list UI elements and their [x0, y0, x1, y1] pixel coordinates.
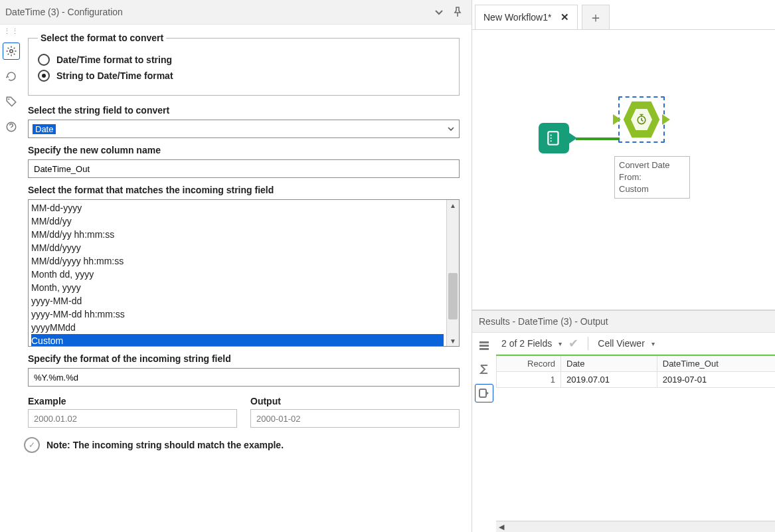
list-item[interactable]: MM/dd/yy hh:mm:ss [31, 228, 444, 241]
config-panel-title: DateTime (3) - Configuration [5, 7, 428, 17]
input-anchor-icon[interactable] [613, 114, 621, 125]
note-text: Note: The incoming string should match t… [46, 440, 284, 450]
output-anchor-icon[interactable] [662, 114, 670, 125]
gear-icon[interactable] [3, 43, 19, 59]
scroll-down-icon[interactable]: ▼ [447, 335, 459, 346]
refresh-icon[interactable] [3, 68, 19, 84]
tag-icon[interactable] [3, 94, 19, 110]
rows-icon[interactable] [475, 337, 493, 354]
svg-rect-3 [548, 132, 558, 145]
sigma-icon[interactable] [475, 361, 493, 378]
custom-format-input-wrap [28, 368, 460, 387]
svg-rect-11 [479, 389, 486, 397]
input-tool-icon [539, 123, 569, 153]
new-column-input[interactable] [33, 163, 455, 175]
example-label: Example [28, 396, 237, 406]
drag-handle-icon[interactable]: ⋮⋮ [3, 30, 19, 33]
apply-check-icon[interactable]: ✔ [568, 336, 578, 351]
svg-rect-10 [479, 348, 489, 350]
list-item[interactable]: MM/dd/yy [31, 215, 444, 228]
grid-header-cell[interactable]: Date [561, 355, 657, 372]
collapse-icon[interactable] [432, 5, 446, 19]
list-item[interactable]: MM/dd/yyyy hh:mm:ss [31, 254, 444, 268]
radio-label: String to Date/Time format [56, 70, 173, 81]
svg-point-4 [551, 135, 552, 136]
check-circle-icon: ✓ [24, 437, 40, 453]
string-field-value: Date [33, 124, 56, 134]
fields-summary[interactable]: 2 of 2 Fields [501, 338, 552, 349]
separator [588, 337, 588, 350]
format-convert-legend: Select the format to convert [38, 33, 166, 43]
radio-string-to-datetime[interactable]: String to Date/Time format [38, 70, 450, 82]
listbox-scrollbar[interactable]: ▲ ▼ [446, 200, 459, 346]
new-column-label: Specify the new column name [28, 145, 460, 155]
pin-icon[interactable] [450, 5, 465, 19]
output-label: Output [250, 396, 460, 406]
string-field-select[interactable]: Date [28, 120, 460, 138]
radio-datetime-to-string[interactable]: Date/Time format to string [38, 54, 450, 66]
scroll-thumb[interactable] [448, 273, 458, 319]
list-item[interactable]: yyyy-MM-dd hh:mm:ss [31, 308, 444, 321]
workflow-tab-bar: New Workflow1* ✕ ＋ [472, 0, 775, 30]
horizontal-scrollbar[interactable]: ◀ [496, 521, 775, 532]
custom-format-label: Specify the format of the incoming strin… [28, 353, 460, 364]
custom-format-input[interactable] [33, 372, 455, 383]
grid-cell: 2019-07-01 [657, 372, 775, 388]
list-item[interactable]: yyyy-MM-dd [31, 294, 444, 308]
help-icon[interactable] [3, 119, 19, 135]
results-panel: 2 of 2 Fields ▾ ✔ Cell Viewer ▾ Record D… [472, 333, 775, 532]
connection-line [576, 137, 620, 140]
side-toolbar: ⋮⋮ [0, 25, 23, 532]
output-value: 2000-01-02 [250, 409, 460, 428]
svg-rect-8 [479, 341, 489, 343]
new-column-input-wrap [28, 159, 460, 178]
table-row[interactable]: 1 2019.07.01 2019-07-01 [497, 372, 776, 388]
chevron-down-icon[interactable]: ▾ [559, 340, 562, 347]
list-item[interactable]: MM-dd-yyyy [31, 201, 444, 215]
radio-label: Date/Time format to string [56, 54, 172, 65]
plus-icon: ＋ [589, 9, 602, 27]
list-item[interactable]: Custom [31, 334, 444, 346]
configuration-panel: DateTime (3) - Configuration ⋮⋮ [0, 0, 472, 532]
svg-point-1 [8, 98, 9, 100]
results-panel-header: Results - DateTime (3) - Output [472, 310, 775, 333]
output-anchor-icon[interactable] [569, 133, 577, 143]
scroll-left-icon[interactable]: ◀ [496, 523, 507, 531]
grid-header-cell[interactable]: Record [497, 355, 561, 372]
svg-point-6 [551, 140, 552, 141]
datetime-tool-label: Convert Date From: Custom [614, 156, 690, 199]
workflow-tab-label: New Workflow1* [483, 12, 551, 23]
format-list-label: Select the format that matches the incom… [28, 185, 460, 195]
list-item[interactable]: MM/dd/yyyy [31, 241, 444, 254]
grid-cell: 2019.07.01 [561, 372, 657, 388]
config-panel-header: DateTime (3) - Configuration [0, 0, 472, 25]
svg-rect-9 [479, 345, 489, 347]
radio-icon [38, 54, 50, 66]
results-toolbar: 2 of 2 Fields ▾ ✔ Cell Viewer ▾ [496, 333, 775, 355]
string-field-label: Select the string field to convert [28, 105, 460, 116]
list-item[interactable]: Month dd, yyyy [31, 268, 444, 281]
radio-icon [38, 70, 50, 82]
input-tool[interactable] [539, 123, 569, 153]
grid-cell: 1 [497, 372, 561, 388]
add-tab-button[interactable]: ＋ [582, 5, 610, 29]
close-icon[interactable]: ✕ [560, 11, 569, 23]
cell-viewer-label[interactable]: Cell Viewer [598, 338, 645, 349]
right-pane: New Workflow1* ✕ ＋ [472, 0, 775, 532]
results-title: Results - DateTime (3) - Output [479, 316, 608, 327]
output-anchor-view-icon[interactable] [475, 385, 493, 402]
workflow-canvas[interactable]: Convert Date From: Custom [472, 30, 775, 310]
workflow-tab[interactable]: New Workflow1* ✕ [475, 5, 578, 29]
results-side-toolbar [472, 333, 496, 532]
list-item[interactable]: yyyyMMdd [31, 321, 444, 334]
datetime-tool[interactable] [618, 96, 665, 143]
datetime-tool-icon [622, 100, 661, 139]
scroll-up-icon[interactable]: ▲ [447, 200, 459, 211]
list-item[interactable]: Month, yyyy [31, 281, 444, 294]
results-grid[interactable]: Record Date DateTime_Out 1 2019.07.01 20… [496, 355, 775, 388]
grid-header-row: Record Date DateTime_Out [497, 355, 776, 372]
svg-point-0 [10, 50, 13, 53]
format-listbox[interactable]: MM-dd-yyyyMM/dd/yyMM/dd/yy hh:mm:ssMM/dd… [28, 199, 460, 347]
chevron-down-icon[interactable]: ▾ [651, 340, 655, 347]
grid-header-cell[interactable]: DateTime_Out [657, 355, 775, 372]
